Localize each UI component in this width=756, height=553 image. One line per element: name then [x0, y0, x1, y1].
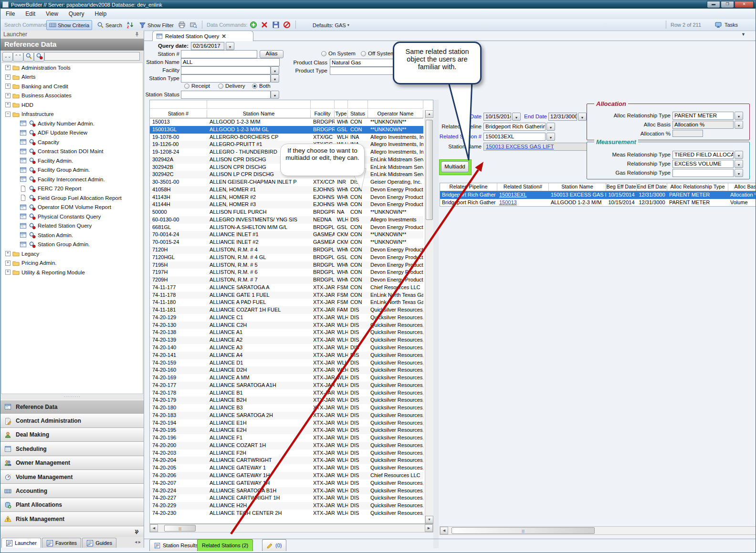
column-header-type[interactable]: Type: [335, 110, 348, 118]
table-row[interactable]: 74-20-224ALLIANCE SARATOGA B1HXTX-JARWLH…: [150, 487, 423, 495]
column-header-related-station[interactable]: Related Station#: [497, 183, 549, 191]
panel-tab-favorites[interactable]: 1Favorites: [42, 538, 81, 548]
table-row[interactable]: 74-20-141ALLIANCE A4XTX-JARWLHDISQuicksi…: [150, 352, 423, 359]
receipt-radio[interactable]: [184, 83, 189, 89]
table-row[interactable]: 41058HALLEN, HOMER #1EJOHNSCWHMCONDevon …: [150, 186, 423, 194]
section-owner-management[interactable]: Owner Management: [0, 456, 144, 470]
menu-edit[interactable]: Edit: [20, 9, 41, 19]
column-header-alloc-relationship-type[interactable]: Alloc Relationship Type: [667, 183, 728, 191]
menu-file[interactable]: File: [0, 9, 20, 19]
section-deal-making[interactable]: Deal Making: [0, 428, 144, 442]
section-risk-management[interactable]: Risk Management: [0, 512, 144, 526]
scrollbar-thumb[interactable]: |||: [164, 525, 196, 532]
allocation-pct-field[interactable]: [672, 130, 703, 137]
table-row[interactable]: 60-0130-00ALLEGRO INVESTMENTS/ YNG SISNE…: [150, 216, 423, 224]
sort-az-icon[interactable]: AZ: [126, 21, 134, 29]
gas-relationship-type-dropdown[interactable]: [735, 169, 743, 177]
table-row[interactable]: 41143HALLEN, HOMER #2EJOHNSCWHMCONDevon …: [150, 194, 423, 201]
expand-icon[interactable]: +: [5, 270, 10, 275]
section-accounting[interactable]: Accounting: [0, 484, 144, 498]
column-header-facility[interactable]: Facility: [311, 110, 335, 118]
table-row[interactable]: 74-20-230ALLIANCE TECH CENTER 2HXTX-JARW…: [150, 510, 423, 517]
beg-date-dropdown[interactable]: [512, 113, 521, 121]
meas-relationship-type-field[interactable]: TIERED FIELD ALLOCATION: [672, 151, 734, 159]
tab-edits[interactable]: (0): [262, 539, 286, 551]
multiadd-button[interactable]: Multiadd: [441, 161, 469, 172]
tree-item-contract-station-doi-maint[interactable]: Contract Station DOI Maint: [1, 147, 143, 157]
alloc-relationship-type-field[interactable]: PARENT METER: [672, 112, 734, 120]
panel-splitter[interactable]: ·········: [0, 395, 144, 400]
alloc-relationship-type-dropdown[interactable]: [735, 112, 743, 120]
search-button[interactable]: Search: [94, 20, 125, 30]
related-pipeline-dropdown[interactable]: [546, 123, 555, 131]
related-station-link[interactable]: 150013: [497, 199, 549, 207]
scroll-left-icon[interactable]: ◀: [440, 527, 448, 534]
tree-folder-administration-tools[interactable]: +Administration Tools: [1, 63, 143, 73]
end-date-dropdown[interactable]: [578, 113, 587, 121]
table-row[interactable]: 50000ALLISON FUEL PURCHBRDGPRINACON**UNK…: [150, 209, 423, 216]
search-tree-button[interactable]: [23, 52, 34, 62]
horizontal-scrollbar[interactable]: ◀ ||| ▶: [149, 524, 433, 532]
column-header-operator-name[interactable]: Operator Name: [368, 110, 423, 118]
tree-item-capacity[interactable]: Capacity: [1, 137, 143, 147]
station-name-link[interactable]: 150013 EXCESS GAS LIFT: [486, 144, 554, 149]
expand-icon[interactable]: +: [5, 74, 10, 80]
column-header-station[interactable]: Station #: [150, 110, 207, 118]
tree-item-station-group-admin[interactable]: Station Group Admin.: [1, 240, 143, 250]
menu-view[interactable]: View: [41, 9, 63, 19]
column-header-end-eff-date[interactable]: End Eff Date: [637, 183, 667, 191]
table-row[interactable]: 74-20-204ALLIANCE CARTWRIGHTXTX-JARWLHDI…: [150, 457, 423, 464]
print-icon[interactable]: [178, 21, 186, 29]
table-row[interactable]: 74-11-177ALLIANCE SARATOGA AXTX-JARFSMCO…: [150, 284, 423, 292]
column-header-beg-eff-date[interactable]: Beg Eff Date: [606, 183, 637, 191]
horizontal-scrollbar[interactable]: ◀ |||: [440, 526, 756, 535]
close-tab-icon[interactable]: ✕: [221, 33, 226, 40]
table-row[interactable]: 74-11-178ALLIANCE GATE 1 FUELXTX-JARFSMC…: [150, 292, 423, 299]
table-row[interactable]: 74-20-130ALLIANCE C2HXTX-JARWLHDISQuicks…: [150, 322, 423, 329]
expand-icon[interactable]: +: [5, 251, 10, 256]
relationship-type-dropdown[interactable]: [735, 160, 743, 168]
table-row[interactable]: 6681GLALLISTON-A.SHELTON M/M G/LBRDGPLIG…: [150, 224, 423, 231]
tree-search-input[interactable]: [44, 52, 140, 61]
column-header-status[interactable]: Status: [348, 110, 368, 118]
table-row[interactable]: 74-20-195ALLIANCE E2HXTX-JARWLHDISQuicks…: [150, 427, 423, 434]
meas-relationship-type-dropdown[interactable]: [735, 151, 743, 159]
table-row[interactable]: Bridgeport Rich Gather150013ALLGOOD 1-2-…: [440, 199, 756, 207]
table-row[interactable]: 74-20-169ALLIANCE A MMXTX-JARWLHDISQuick…: [150, 374, 423, 382]
filter-cell[interactable]: [150, 100, 207, 108]
table-row[interactable]: 74-11-181ALLIANCE COZART 1H FUELXTX-JARF…: [150, 306, 423, 314]
scrollbar-thumb[interactable]: [426, 120, 433, 220]
table-row[interactable]: 74-20-194ALLIANCE E1HXTX-JARWLHDISQuicks…: [150, 419, 423, 427]
column-header-station-name[interactable]: Station Name: [207, 110, 311, 118]
table-row[interactable]: 7209HALLISTON, R.M. # 7BRDGPLIWHMCONDevo…: [150, 276, 423, 284]
table-row[interactable]: 74-20-140ALLIANCE A3XTX-JARWLHDISQuicksi…: [150, 344, 423, 352]
vertical-splitter[interactable]: [433, 100, 439, 548]
station-name-input[interactable]: ALL: [181, 58, 280, 66]
tab-station-results[interactable]: 1 Station Results: [149, 539, 203, 551]
table-row[interactable]: 74-20-160ALLIANCE D2HXTX-JARWLHDISQuicks…: [150, 366, 423, 374]
tree-item-station-admin[interactable]: Station Admin.: [1, 230, 143, 240]
delete-row-icon[interactable]: [261, 21, 268, 29]
alloc-basis-field[interactable]: Allocation %: [672, 121, 734, 129]
tree-item-field-group-fuel-allocation-report[interactable]: Field Group Fuel Allocation Report: [1, 193, 143, 203]
restore-button[interactable]: ❐: [721, 1, 734, 8]
tree-folder-banking-and-credit[interactable]: +Banking and Credit: [1, 82, 143, 91]
filter-cell[interactable]: [207, 100, 311, 108]
related-station-field[interactable]: 150013EXL: [483, 133, 546, 141]
defaults-dropdown[interactable]: Defaults: GAS ▾: [310, 20, 352, 30]
expand-icon[interactable]: +: [5, 261, 10, 266]
table-row[interactable]: 150013ALLGOOD 1-2-3 M/MBRDGPRIWHMCON**UN…: [150, 118, 423, 126]
table-row[interactable]: 74-20-206ALLIANCE GATEWAY 1HXTX-JARWLHDI…: [150, 472, 423, 480]
chevron-down-icon[interactable]: ▾: [136, 531, 137, 535]
add-row-icon[interactable]: [250, 21, 257, 29]
tree-item-ferc-720-report[interactable]: FERC 720 Report: [1, 184, 143, 194]
table-row[interactable]: 74-20-196ALLIANCE F1XTX-JARWLHDISQuicksi…: [150, 434, 423, 442]
section-reference-data[interactable]: Reference Data: [0, 400, 144, 414]
tree-folder-utility-reporting-module[interactable]: +Utility & Reporting Module: [1, 268, 143, 277]
section-scheduling[interactable]: Scheduling: [0, 442, 144, 456]
table-row[interactable]: 30-3501-00ALLEN GEISER-CHAPMAN INLET PXT…: [150, 178, 423, 186]
column-header-related-pipeline[interactable]: Related Pipeline: [440, 183, 497, 191]
expand-icon[interactable]: +: [5, 93, 10, 98]
panel-tab-launcher[interactable]: 1Launcher: [1, 538, 41, 548]
section-volume-management[interactable]: Volume Management: [0, 470, 144, 484]
